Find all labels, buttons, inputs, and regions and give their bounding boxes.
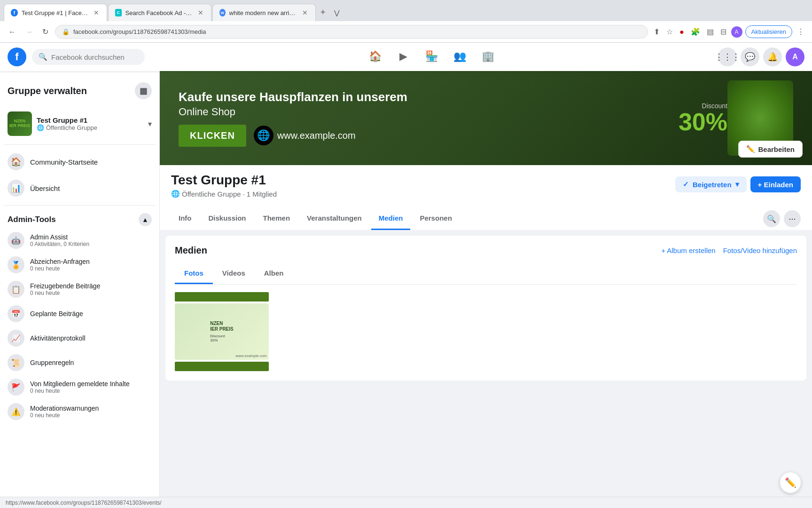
fb-search-bar[interactable]: 🔍	[32, 49, 145, 65]
sidebar-item-geplante[interactable]: 📅 Geplante Beiträge	[4, 302, 156, 326]
sidebar-item-badges[interactable]: 🏅 Abzeichen-Anfragen 0 neu heute	[4, 253, 156, 277]
tab-canva[interactable]: C Search Facebook Ad - Canva ✕	[108, 4, 211, 21]
tab-facebook[interactable]: f Test Gruppe #1 | Facebook ✕	[4, 4, 107, 21]
beigetreten-button[interactable]: ✓ Beigetreten ▾	[675, 176, 747, 192]
tab-themen[interactable]: Themen	[256, 207, 298, 230]
media-actions: + Album erstellen Fotos/Video hinzufügen	[661, 246, 797, 254]
tab-search-button[interactable]: 🔍	[763, 210, 780, 227]
update-button[interactable]: Aktualisieren	[745, 25, 792, 38]
einladen-button[interactable]: + Einladen	[750, 176, 801, 192]
sidebar-item-admin-assist[interactable]: 🤖 Admin Assist 0 Aktivitäten, 0 Kriterie…	[4, 228, 156, 253]
badges-icon: 🏅	[8, 256, 24, 273]
lock-meta-icon: 🌐	[171, 190, 180, 198]
cover-headline2: Online Shop	[179, 105, 679, 119]
sidebar-item-gemeldete[interactable]: 🚩 Von Mitgliedern gemeldete Inhalte 0 ne…	[4, 375, 156, 399]
adblocker-icon[interactable]: ●	[678, 26, 686, 38]
pencil-icon: ✏️	[746, 145, 755, 153]
reload-button[interactable]: ↻	[39, 25, 51, 38]
fb-logo[interactable]: f	[8, 48, 26, 66]
tab-list-button[interactable]: ⋁	[330, 7, 343, 18]
sidebar-divider-2	[4, 205, 156, 206]
screen-share-icon[interactable]: ⬆	[652, 25, 662, 38]
edit-float-button[interactable]: ✏️	[780, 472, 801, 493]
media-header: Medien + Album erstellen Fotos/Video hin…	[175, 245, 797, 256]
freizugeben-icon: 📋	[8, 281, 24, 298]
group-type: Öffentliche Gruppe	[182, 190, 241, 198]
notifications-icon[interactable]: 🔔	[763, 48, 782, 66]
star-icon[interactable]: ☆	[664, 25, 675, 38]
sidebar-item-regeln[interactable]: 📜 Gruppenregeln	[4, 350, 156, 375]
tab-more-button[interactable]: ···	[784, 210, 801, 227]
gemeldete-icon: 🚩	[8, 379, 24, 396]
nav-marketplace[interactable]: 🏪	[418, 46, 445, 68]
extensions-icon[interactable]: 🧩	[689, 25, 702, 38]
nav-video[interactable]: ▶	[390, 46, 416, 68]
sidebar-item-aktivitaten[interactable]: 📈 Aktivitätenprotokoll	[4, 326, 156, 350]
tab-veranstaltungen[interactable]: Veranstaltungen	[299, 207, 369, 230]
bearbeiten-button[interactable]: ✏️ Bearbeiten	[738, 141, 803, 158]
group-thumbnail: NZENIER PREIS	[8, 111, 32, 136]
sidebar-group-info: Test Gruppe #1 🌐 Öffentliche Gruppe	[37, 116, 143, 131]
tab-watch-close[interactable]: ✕	[301, 8, 309, 17]
tab-watch[interactable]: w white modern new arrival watc... ✕	[212, 4, 316, 21]
user-avatar[interactable]: A	[786, 48, 804, 66]
checkmark-icon: ✓	[683, 180, 689, 189]
watch-favicon: w	[219, 9, 226, 16]
media-thumbnail-item[interactable]: NZENIER PREIS Discount30% www.example.co…	[175, 303, 269, 360]
sidebar-overview-label: Übersicht	[30, 184, 60, 192]
add-media-link[interactable]: Fotos/Video hinzufügen	[723, 246, 797, 254]
url-bar[interactable]: 🔒 facebook.com/groups/1187626598741303/m…	[55, 25, 648, 39]
tab-info[interactable]: Info	[171, 207, 199, 230]
klicken-button[interactable]: KLICKEN	[179, 125, 246, 147]
profile-icon[interactable]: A	[731, 26, 742, 38]
media-tab-alben[interactable]: Alben	[255, 263, 293, 284]
nav-groups[interactable]: 👥	[446, 46, 473, 68]
tab-personen[interactable]: Personen	[412, 207, 459, 230]
sidebar-item-community[interactable]: 🏠 Community-Startseite	[4, 149, 156, 175]
menu-icon[interactable]: ⋮	[795, 25, 806, 38]
status-url: https://www.facebook.com/groups/11876265…	[6, 500, 162, 506]
search-input[interactable]	[51, 53, 136, 61]
collapse-button[interactable]: ▲	[139, 213, 152, 226]
tab-bar: f Test Gruppe #1 | Facebook ✕ C Search F…	[0, 0, 812, 21]
tab-search-icon[interactable]: ⊟	[718, 25, 728, 38]
address-actions: ⬆ ☆ ● 🧩 ▤ ⊟ A Aktualisieren ⋮	[652, 25, 806, 38]
back-button[interactable]: ←	[6, 26, 19, 38]
sidebar-item-moderationswarnungen[interactable]: ⚠️ Moderationswarnungen 0 neu heute	[4, 399, 156, 424]
tab-facebook-close[interactable]: ✕	[93, 8, 100, 17]
sidebar-toggle-icon[interactable]: ▤	[705, 25, 716, 38]
search-icon: 🔍	[39, 53, 47, 61]
badges-info: Abzeichen-Anfragen 0 neu heute	[30, 258, 152, 272]
media-bar-bottom[interactable]	[175, 362, 269, 371]
tab-medien[interactable]: Medien	[371, 207, 411, 230]
media-grid: NZENIER PREIS Discount30% www.example.co…	[175, 292, 797, 371]
tab-diskussion[interactable]: Diskussion	[201, 207, 254, 230]
forward-button[interactable]: →	[23, 26, 36, 38]
regeln-icon: 📜	[8, 354, 24, 371]
sidebar-panel-icon[interactable]: ▦	[135, 82, 152, 99]
sidebar-group-item[interactable]: NZENIER PREIS Test Gruppe #1 🌐 Öffentlic…	[4, 107, 156, 141]
new-tab-button[interactable]: +	[317, 6, 329, 19]
sidebar-community-label: Community-Startseite	[30, 158, 98, 166]
main-layout: Gruppe verwalten ▦ NZENIER PREIS Test Gr…	[0, 71, 812, 506]
admin-assist-icon: 🤖	[8, 232, 24, 249]
edit-float-icon: ✏️	[785, 477, 796, 488]
website-badge: 🌐 www.example.com	[254, 126, 356, 145]
tab-action-icons: 🔍 ···	[763, 210, 801, 227]
media-bar-top[interactable]	[175, 292, 269, 302]
admin-tools-section: Admin-Tools ▲	[4, 209, 156, 228]
community-icon: 🏠	[8, 153, 24, 170]
sidebar-item-freizugeben[interactable]: 📋 Freizugebende Beiträge 0 neu heute	[4, 277, 156, 302]
media-tab-fotos[interactable]: Fotos	[175, 263, 213, 284]
apps-icon[interactable]: ⋮⋮⋮	[718, 48, 737, 66]
nav-home[interactable]: 🏠	[362, 46, 388, 68]
media-tab-videos[interactable]: Videos	[213, 263, 255, 284]
tab-canva-close[interactable]: ✕	[197, 8, 204, 17]
sidebar-item-overview[interactable]: 📊 Übersicht	[4, 175, 156, 201]
cover-text-area: Kaufe unsere Hauspflanzen in unserem Onl…	[179, 89, 679, 146]
url-text: facebook.com/groups/1187626598741303/med…	[73, 28, 641, 35]
messenger-icon[interactable]: 💬	[741, 48, 759, 66]
album-create-link[interactable]: + Album erstellen	[661, 246, 715, 254]
tab-watch-label: white modern new arrival watc...	[229, 9, 297, 16]
nav-pages[interactable]: 🏢	[475, 46, 501, 68]
